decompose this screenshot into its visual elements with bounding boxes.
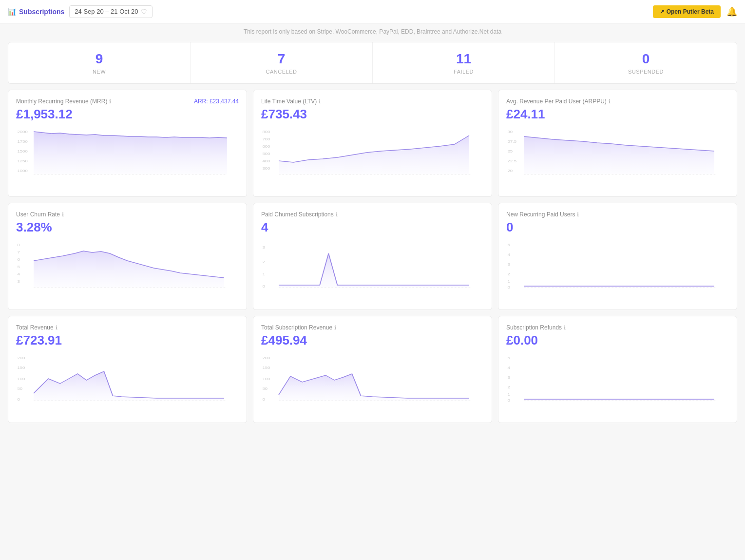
canceled-count: 7 xyxy=(195,51,367,67)
header-left: 📊 Subscriptions 24 Sep 20 – 21 Oct 20 ♡ xyxy=(8,5,153,18)
card-churned-subs-title: Paid Churned Subscriptions ℹ xyxy=(261,211,338,218)
svg-text:200: 200 xyxy=(17,356,25,360)
info-icon-arppu[interactable]: ℹ xyxy=(609,98,611,105)
svg-text:22.5: 22.5 xyxy=(507,159,516,163)
new-recurring-chart: 5 4 3 2 1 0 xyxy=(506,239,729,292)
info-icon-ltv[interactable]: ℹ xyxy=(319,98,321,105)
info-icon-churned[interactable]: ℹ xyxy=(336,212,338,218)
card-total-sub-revenue-title: Total Subscription Revenue ℹ xyxy=(261,324,336,331)
svg-text:30: 30 xyxy=(507,130,513,134)
card-churn: User Churn Rate ℹ 3.28% 8 7 6 5 4 3 xyxy=(8,203,247,310)
new-label: NEW xyxy=(13,69,185,75)
card-new-recurring-header: New Recurring Paid Users ℹ xyxy=(506,211,729,218)
svg-text:5: 5 xyxy=(507,243,510,247)
svg-text:2: 2 xyxy=(507,272,510,276)
churned-subs-value: 4 xyxy=(261,220,484,235)
card-churn-title: User Churn Rate ℹ xyxy=(16,211,64,218)
svg-text:0: 0 xyxy=(262,284,265,289)
notice-text: This report is only based on Stripe, Woo… xyxy=(244,28,501,35)
svg-text:400: 400 xyxy=(262,159,270,163)
svg-text:3: 3 xyxy=(17,279,19,284)
churn-chart: 8 7 6 5 4 3 xyxy=(16,239,239,292)
info-icon-total-revenue[interactable]: ℹ xyxy=(56,325,57,331)
arppu-chart: 30 27.5 25 22.5 20 xyxy=(506,126,729,179)
svg-text:4: 4 xyxy=(507,366,510,370)
summary-bar: 9 NEW 7 CANCELED 11 FAILED 0 SUSPENDED xyxy=(8,42,737,84)
info-icon-total-sub-revenue[interactable]: ℹ xyxy=(334,325,336,331)
svg-text:1: 1 xyxy=(507,392,510,397)
card-total-sub-revenue: Total Subscription Revenue ℹ £495.94 200… xyxy=(253,316,492,423)
mrr-value: £1,953.12 xyxy=(16,107,239,122)
arr-value: ARR: £23,437.44 xyxy=(194,98,239,105)
churn-value: 3.28% xyxy=(16,220,239,235)
card-total-revenue-header: Total Revenue ℹ xyxy=(16,324,239,331)
title-text: Subscriptions xyxy=(19,8,64,16)
open-putler-button[interactable]: ↗ Open Putler Beta xyxy=(653,5,721,18)
card-churned-subs: Paid Churned Subscriptions ℹ 4 3 2 1 0 xyxy=(253,203,492,310)
svg-text:7: 7 xyxy=(17,250,19,254)
subscriptions-icon: 📊 xyxy=(8,8,16,16)
card-arppu: Avg. Revenue Per Paid User (ARPPU) ℹ £24… xyxy=(498,90,737,197)
svg-text:1250: 1250 xyxy=(17,159,27,163)
svg-text:0: 0 xyxy=(262,397,265,402)
svg-text:50: 50 xyxy=(17,386,22,391)
info-icon-churn[interactable]: ℹ xyxy=(62,212,64,218)
churned-subs-chart: 3 2 1 0 xyxy=(261,239,484,292)
card-mrr: Monthly Recurring Revenue (MRR) ℹ ARR: £… xyxy=(8,90,247,197)
total-sub-revenue-value: £495.94 xyxy=(261,333,484,348)
refunds-value: £0.00 xyxy=(506,333,729,348)
card-ltv-title: Life Time Value (LTV) ℹ xyxy=(261,98,321,105)
svg-text:1: 1 xyxy=(262,272,265,276)
svg-text:20: 20 xyxy=(507,169,513,173)
card-mrr-title: Monthly Recurring Revenue (MRR) ℹ xyxy=(16,98,111,105)
suspended-count: 0 xyxy=(560,51,732,67)
new-count: 9 xyxy=(13,51,185,67)
ltv-value: £735.43 xyxy=(261,107,484,122)
svg-text:6: 6 xyxy=(17,257,19,262)
summary-new: 9 NEW xyxy=(8,42,191,83)
svg-text:1500: 1500 xyxy=(17,149,27,154)
card-refunds: Subscription Refunds ℹ £0.00 5 4 3 2 1 0 xyxy=(498,316,737,423)
card-refunds-title: Subscription Refunds ℹ xyxy=(506,324,566,331)
svg-text:600: 600 xyxy=(262,144,270,149)
refunds-chart: 5 4 3 2 1 0 xyxy=(506,352,729,406)
card-new-recurring: New Recurring Paid Users ℹ 0 5 4 3 2 1 0 xyxy=(498,203,737,310)
total-revenue-chart: 200 150 100 50 0 xyxy=(16,352,239,406)
mrr-chart: 2000 1750 1500 1250 1000 xyxy=(16,126,239,179)
info-icon-refunds[interactable]: ℹ xyxy=(564,325,566,331)
canceled-label: CANCELED xyxy=(195,69,367,75)
failed-count: 11 xyxy=(378,51,550,67)
svg-text:5: 5 xyxy=(17,265,19,269)
svg-text:150: 150 xyxy=(262,366,270,370)
svg-text:700: 700 xyxy=(262,137,270,141)
svg-text:0: 0 xyxy=(507,285,510,290)
svg-text:100: 100 xyxy=(17,377,25,381)
bell-icon[interactable]: 🔔 xyxy=(726,6,737,17)
card-arppu-header: Avg. Revenue Per Paid User (ARPPU) ℹ xyxy=(506,98,729,105)
data-notice: This report is only based on Stripe, Woo… xyxy=(0,23,745,38)
svg-text:2000: 2000 xyxy=(17,130,27,134)
metrics-grid: Monthly Recurring Revenue (MRR) ℹ ARR: £… xyxy=(8,90,737,423)
svg-text:300: 300 xyxy=(262,166,270,171)
svg-text:0: 0 xyxy=(507,398,510,403)
card-total-revenue-title: Total Revenue ℹ xyxy=(16,324,57,331)
suspended-label: SUSPENDED xyxy=(560,69,732,75)
svg-text:3: 3 xyxy=(507,375,510,380)
svg-text:27.5: 27.5 xyxy=(507,139,516,144)
date-range-picker[interactable]: 24 Sep 20 – 21 Oct 20 ♡ xyxy=(69,5,153,18)
card-refunds-header: Subscription Refunds ℹ xyxy=(506,324,729,331)
svg-text:1: 1 xyxy=(507,279,510,284)
app-title: 📊 Subscriptions xyxy=(8,8,64,16)
svg-text:500: 500 xyxy=(262,152,270,156)
card-churned-subs-header: Paid Churned Subscriptions ℹ xyxy=(261,211,484,218)
svg-text:4: 4 xyxy=(507,252,510,257)
svg-text:3: 3 xyxy=(262,245,265,250)
info-icon-new-recurring[interactable]: ℹ xyxy=(577,212,579,218)
summary-suspended: 0 SUSPENDED xyxy=(555,42,737,83)
header-right: ↗ Open Putler Beta 🔔 xyxy=(653,5,737,18)
favorite-icon[interactable]: ♡ xyxy=(141,8,147,16)
svg-text:5: 5 xyxy=(507,356,510,360)
info-icon-mrr[interactable]: ℹ xyxy=(109,98,111,105)
ltv-chart: 800 700 600 500 400 300 xyxy=(261,126,484,179)
total-revenue-value: £723.91 xyxy=(16,333,239,348)
